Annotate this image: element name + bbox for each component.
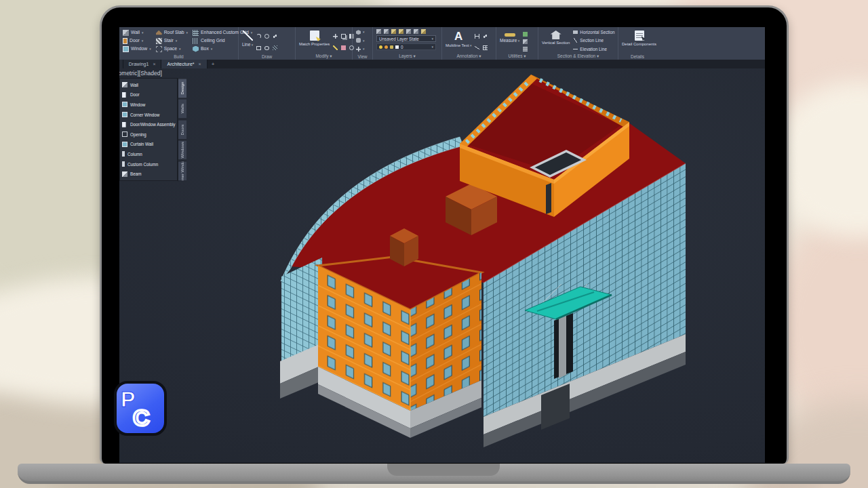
door-icon xyxy=(123,38,127,44)
vertical-section-button[interactable]: Vertical Section xyxy=(542,28,570,53)
chevron-down-icon xyxy=(142,30,144,35)
annotation-panel-label[interactable]: Annotation ▾ xyxy=(442,54,496,59)
draw-panel-label[interactable]: Draw xyxy=(239,54,295,59)
laptop-notch xyxy=(387,464,500,476)
channel-logo: P C xyxy=(114,381,167,436)
view-panel-label[interactable]: View xyxy=(353,54,372,59)
box-icon xyxy=(193,46,199,52)
detail-components-button[interactable]: Detail Components xyxy=(622,28,656,53)
window-button[interactable]: Window xyxy=(123,45,151,53)
palette-tool-curtain-wall[interactable]: Curtain Wall xyxy=(120,142,177,147)
line-button[interactable]: Line xyxy=(242,28,253,53)
match-properties-button[interactable]: Match Properties xyxy=(299,28,330,53)
quick-select-icon[interactable] xyxy=(523,32,528,37)
building-model[interactable] xyxy=(119,68,765,463)
wall-icon xyxy=(122,82,127,87)
layer-tool-icon[interactable] xyxy=(406,29,411,34)
table-icon[interactable] xyxy=(483,45,488,50)
modify-panel-label[interactable]: Modify ▾ xyxy=(296,54,352,59)
build-panel-label[interactable]: Build xyxy=(119,54,238,59)
dimension-icon[interactable] xyxy=(475,34,479,39)
layer-tool-icon[interactable] xyxy=(384,29,389,34)
opening-icon xyxy=(122,131,127,137)
drawing-canvas[interactable]: [-][SW Isometric][Shaded] xyxy=(119,68,765,463)
tab-architecture[interactable]: Architecture* × xyxy=(161,60,207,68)
palette-tool-corner-window[interactable]: Corner Window xyxy=(120,112,177,117)
view-tool-button[interactable] xyxy=(356,30,365,35)
arc-icon[interactable] xyxy=(256,34,261,39)
palette-tool-column[interactable]: Column xyxy=(120,151,177,157)
chevron-down-icon xyxy=(363,47,365,52)
close-icon[interactable]: × xyxy=(153,62,155,66)
ribbon-panel-view: View xyxy=(353,27,373,60)
layers-panel-label[interactable]: Layers ▾ xyxy=(373,54,441,59)
layer-tool-icon[interactable] xyxy=(391,29,396,34)
match-properties-icon xyxy=(310,30,319,41)
palette-tab-doors[interactable]: Doors xyxy=(178,119,186,140)
palette-tab-corner-windows[interactable]: Corner Windows xyxy=(178,161,186,181)
edit-icon[interactable] xyxy=(333,45,338,50)
app-window: Wall Door Window Roof Slab Stair Space E… xyxy=(119,27,765,463)
utilities-panel-label[interactable]: Utilities ▾ xyxy=(496,54,538,59)
horizontal-section-button[interactable]: Horizontal Section xyxy=(573,30,614,35)
palette-tool-beam[interactable]: Beam xyxy=(120,171,177,177)
elevation-line-button[interactable]: Elevation Line xyxy=(573,47,614,52)
space-button[interactable]: Space xyxy=(156,45,188,53)
view-tool-button[interactable] xyxy=(356,38,365,43)
annotation-cloud-icon[interactable] xyxy=(483,34,488,39)
wall-icon xyxy=(123,30,129,36)
window-icon xyxy=(123,46,129,52)
tool-palette: Wall Door Window Corner Window Door/Wind… xyxy=(119,78,187,181)
stair-button[interactable]: Stair xyxy=(156,37,188,45)
palette-tab-windows[interactable]: Windows xyxy=(178,140,186,160)
hatch-icon[interactable] xyxy=(273,45,277,50)
revision-cloud-icon[interactable] xyxy=(273,34,277,39)
layer-tool-icon[interactable] xyxy=(399,29,403,34)
chevron-down-icon xyxy=(176,39,178,43)
ellipse-icon[interactable] xyxy=(264,46,269,50)
palette-tool-wall[interactable]: Wall xyxy=(120,82,177,87)
palette-tool-opening[interactable]: Opening xyxy=(120,131,177,137)
file-tab-bar: Start Drawing1 × Architecture* × + xyxy=(119,60,765,68)
chevron-down-icon xyxy=(142,39,144,43)
roof-slab-icon xyxy=(156,30,162,36)
chevron-down-icon xyxy=(179,47,181,52)
new-tab-button[interactable]: + xyxy=(208,60,219,68)
palette-tab-walls[interactable]: Walls xyxy=(178,98,186,119)
ribbon-panel-draw: Line Draw xyxy=(239,27,296,60)
rectangle-icon[interactable] xyxy=(256,46,261,50)
palette-tool-custom-column[interactable]: Custom Column xyxy=(120,161,177,167)
close-icon[interactable]: × xyxy=(199,62,201,66)
current-layer-dropdown[interactable]: 0 ▾ xyxy=(376,43,436,50)
point-style-icon[interactable] xyxy=(523,39,528,44)
layer-tool-icon[interactable] xyxy=(376,29,381,34)
logo-letters: P C xyxy=(117,384,164,433)
section-elevation-panel-label[interactable]: Section & Elevation ▾ xyxy=(538,54,618,59)
layer-tool-icon[interactable] xyxy=(421,29,426,34)
palette-tool-door[interactable]: Door xyxy=(120,92,177,98)
view-tool-button[interactable] xyxy=(356,47,365,52)
copy-icon[interactable] xyxy=(341,34,346,39)
leader-icon[interactable] xyxy=(475,45,479,50)
layer-tool-icon[interactable] xyxy=(414,29,418,34)
ribbon-panel-build: Wall Door Window Roof Slab Stair Space E… xyxy=(119,27,239,60)
door-button[interactable]: Door xyxy=(123,37,151,45)
palette-tool-window[interactable]: Window xyxy=(120,102,177,107)
calculator-icon[interactable] xyxy=(523,47,528,52)
palette-tool-door-window-assembly[interactable]: Door/Window Assembly xyxy=(120,122,177,127)
details-panel-label[interactable]: Details xyxy=(618,54,656,59)
space-icon xyxy=(156,46,162,52)
layer-state-dropdown[interactable]: Unsaved Layer State▾ xyxy=(376,35,436,42)
section-line-button[interactable]: Section Line xyxy=(573,38,614,43)
roof-slab-button[interactable]: Roof Slab xyxy=(156,28,188,37)
horizontal-section-icon xyxy=(573,30,578,34)
wall-button[interactable]: Wall xyxy=(123,28,151,37)
erase-icon[interactable] xyxy=(341,45,346,50)
measure-button[interactable]: Measure xyxy=(500,28,519,53)
ribbon-panel-section-elevation: Vertical Section Horizontal Section Sect… xyxy=(538,27,618,60)
palette-tab-design[interactable]: Design xyxy=(178,78,186,98)
multiline-text-button[interactable]: Multiline Text xyxy=(446,28,471,53)
move-icon[interactable] xyxy=(333,34,338,39)
tab-drawing1[interactable]: Drawing1 × xyxy=(123,60,162,68)
circle-icon[interactable] xyxy=(264,34,269,39)
